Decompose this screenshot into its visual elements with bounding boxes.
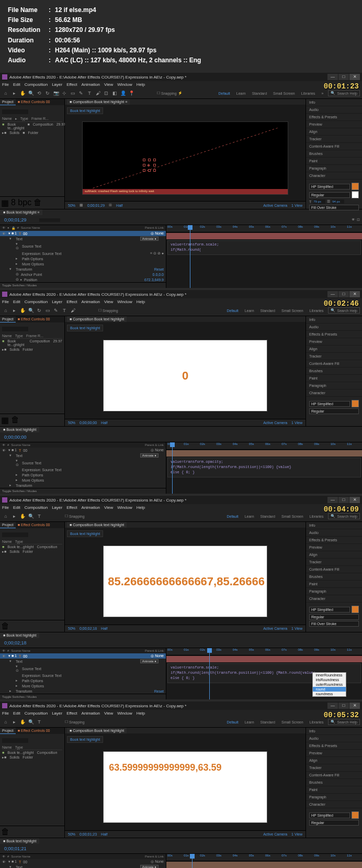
info-panel[interactable]: Info	[306, 99, 362, 106]
align-panel[interactable]: Align	[306, 346, 362, 353]
font-style-dropdown[interactable]: Regular	[309, 614, 359, 620]
font-family-dropdown[interactable]: HP Simplified	[309, 813, 350, 818]
menu-edit[interactable]: Edit	[13, 505, 20, 510]
menu-layer[interactable]: Layer	[52, 711, 62, 716]
roto-tool-icon[interactable]: 👤	[119, 90, 127, 97]
text-property[interactable]: ▾TextAnimate ●	[0, 659, 166, 664]
font-family-dropdown[interactable]: HP Simplified	[309, 607, 350, 613]
timeline-tab[interactable]: ■ Book text highlight	[0, 632, 39, 638]
workspace-default[interactable]: Default	[217, 91, 232, 96]
minimize-button[interactable]: —	[327, 291, 338, 297]
audio-panel[interactable]: Audio	[306, 529, 362, 537]
views-dropdown[interactable]: 1 View	[290, 832, 303, 837]
camera-dropdown[interactable]: Active Camera	[262, 626, 288, 631]
text-tool-icon[interactable]: T	[36, 513, 43, 520]
zoom-dropdown[interactable]: 50%	[67, 420, 76, 425]
fill-stroke-dropdown[interactable]: Fill Over Stroke	[309, 205, 359, 210]
shape-tool-icon[interactable]: ▭	[69, 90, 76, 97]
info-panel[interactable]: Info	[306, 522, 362, 529]
rotate-tool-icon[interactable]: ↻	[44, 90, 51, 97]
workspace-standard[interactable]: Standard	[259, 308, 277, 313]
tracker-panel[interactable]: Tracker	[306, 136, 362, 143]
playhead[interactable]	[172, 442, 173, 494]
resolution-half[interactable]: Half	[100, 420, 108, 425]
menu-animation[interactable]: Animation	[81, 299, 100, 304]
timeline-ruler[interactable]: 00s01s02s03s04s05s06s07s08s09s10s11s	[166, 225, 362, 232]
timeline-tracks[interactable]: 00s01s02s03s04s05s06s07s08s09s10s11s val…	[166, 442, 362, 494]
composition-canvas[interactable]: 85.26666666666667,85.26666	[103, 546, 267, 618]
composition-viewer[interactable]: 63.59999999999999,63.59	[65, 744, 306, 830]
menu-composition[interactable]: Composition	[25, 505, 48, 510]
font-style-dropdown[interactable]: Regular	[309, 192, 350, 198]
selection-tool-icon[interactable]: ▸	[10, 718, 18, 726]
playhead[interactable]	[209, 648, 210, 699]
rotate-tool-icon[interactable]: ↻	[36, 307, 43, 314]
close-button[interactable]: ✕	[349, 497, 360, 503]
workspace-default[interactable]: Default	[225, 720, 240, 725]
zoom-tool-icon[interactable]: 🔍	[27, 307, 35, 314]
project-item-folder[interactable]: ▸■SolidsFolder	[2, 347, 62, 352]
transform-property[interactable]: ▸TransformReset	[0, 688, 166, 694]
snapping-checkbox[interactable]: ☐ Snapping	[65, 514, 85, 518]
composition-viewer[interactable]: ◈ softhack: crashed Flash setting lock t…	[65, 115, 306, 201]
menu-animation[interactable]: Animation	[81, 711, 100, 716]
stroke-color-swatch[interactable]	[352, 191, 359, 198]
align-panel[interactable]: Align	[306, 551, 362, 559]
selection-handle[interactable]	[153, 164, 156, 166]
workspace-small[interactable]: Small Screen	[272, 91, 297, 96]
tracker-panel[interactable]: Tracker	[306, 559, 362, 566]
workspace-standard[interactable]: Standard	[259, 514, 277, 519]
shape-tool-icon[interactable]: ▭	[44, 307, 51, 314]
zoom-dropdown[interactable]: 50%	[67, 832, 76, 837]
project-item-folder[interactable]: ▸■SolidsFolder	[2, 755, 62, 760]
info-panel[interactable]: Info	[306, 728, 362, 735]
paint-panel[interactable]: Paint	[306, 786, 362, 794]
workspace-small[interactable]: Small Screen	[280, 308, 305, 313]
audio-panel[interactable]: Audio	[306, 106, 362, 114]
preview-panel[interactable]: Preview	[306, 750, 362, 757]
menu-window[interactable]: Window	[117, 82, 132, 87]
stamp-tool-icon[interactable]: ⊡	[103, 90, 110, 97]
menu-composition[interactable]: Composition	[25, 711, 48, 716]
menu-file[interactable]: File	[2, 299, 9, 304]
fill-color-swatch[interactable]	[352, 606, 359, 613]
menu-window[interactable]: Window	[117, 299, 132, 304]
project-item-comp[interactable]: ■Book te...ghlightComposition	[2, 544, 62, 549]
composition-tab[interactable]: ■ Composition Book text highlight ≡	[67, 99, 130, 105]
draft-icon[interactable]: ⊡	[357, 218, 360, 222]
selection-tool-icon[interactable]: ▸	[10, 90, 18, 97]
character-panel-header[interactable]: Character	[306, 801, 362, 808]
menu-view[interactable]: View	[104, 82, 113, 87]
anchor-point-property[interactable]: ⊙Anchor Point0.0,0.0	[0, 272, 166, 277]
layer-row[interactable]: 👁▾ ■ 1T00◎ None	[0, 231, 166, 236]
brushes-panel[interactable]: Brushes	[306, 779, 362, 786]
maximize-button[interactable]: □	[338, 703, 349, 709]
character-panel-header[interactable]: Character	[306, 390, 362, 397]
menu-help[interactable]: Help	[137, 711, 145, 716]
menu-file[interactable]: File	[2, 82, 9, 87]
home-icon[interactable]: ⌂	[2, 718, 9, 726]
project-item-folder[interactable]: ▸■Solids■Folder	[2, 130, 62, 136]
animate-button[interactable]: Animate ●	[140, 659, 159, 663]
align-panel[interactable]: Align	[306, 757, 362, 764]
home-icon[interactable]: ⌂	[2, 307, 9, 314]
menu-view[interactable]: View	[104, 299, 113, 304]
more-options-property[interactable]: ▸More Options	[0, 683, 166, 688]
project-tab[interactable]: Project	[0, 728, 16, 734]
timeline-timecode[interactable]: 0;00;01;29	[2, 216, 29, 224]
effects-presets-panel[interactable]: Effects & Presets	[306, 331, 362, 338]
effect-controls-tab[interactable]: ■ Effect Controls 00	[16, 316, 52, 322]
composition-tab[interactable]: ■ Composition Book text highlight	[67, 316, 127, 322]
brush-tool-icon[interactable]: 🖌	[94, 90, 101, 97]
viewer-time[interactable]: 0;00;01;23	[78, 832, 98, 837]
text-tool-icon[interactable]: T	[86, 90, 93, 97]
project-tab[interactable]: Project	[0, 99, 16, 105]
comp-breadcrumb[interactable]: Book text highlight	[67, 736, 103, 743]
search-help-input[interactable]: 🔍 Search Help	[328, 307, 360, 314]
paint-panel[interactable]: Paint	[306, 158, 362, 165]
anchor-tool-icon[interactable]: ⊹	[61, 90, 68, 97]
timeline-tab[interactable]: ■ Book text highlight	[0, 838, 39, 844]
paint-panel[interactable]: Paint	[306, 375, 362, 382]
workspace-default[interactable]: Default	[225, 514, 240, 519]
viewer-time[interactable]: 0;00;00;00	[78, 420, 98, 425]
